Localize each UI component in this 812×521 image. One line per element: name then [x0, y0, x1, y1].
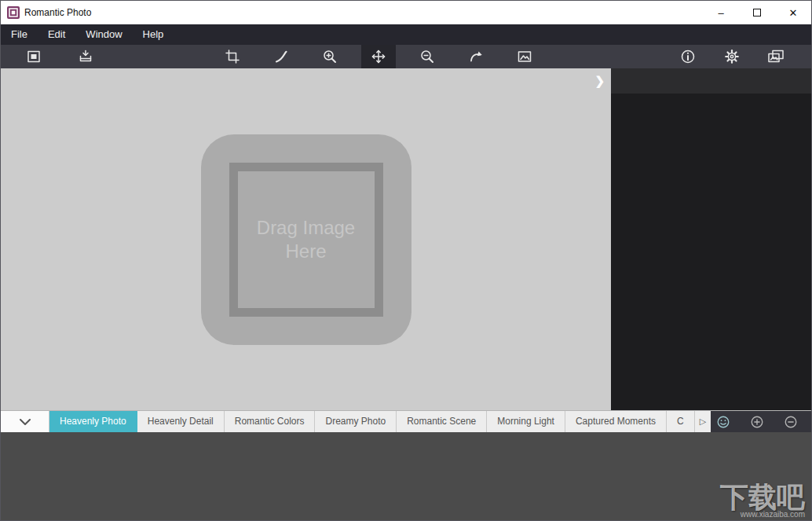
redo-tool-button[interactable] — [459, 45, 493, 68]
info-icon — [680, 49, 696, 64]
app-window: Romantic Photo – ✕ FileEditWindowHelp — [0, 0, 812, 521]
preset-tab[interactable]: Heavenly Photo — [49, 411, 137, 432]
add-button[interactable] — [748, 413, 766, 431]
image-preview-button[interactable] — [507, 45, 542, 68]
tabstrip-right-toolbar — [711, 411, 811, 432]
watermark-site: www.xiazaiba.com — [741, 510, 805, 519]
maximize-button[interactable] — [739, 1, 775, 24]
menu-item[interactable]: Edit — [38, 24, 75, 45]
menu-item[interactable]: Help — [133, 24, 174, 45]
image-dropzone[interactable]: Drag Image Here — [201, 134, 411, 345]
plus-circle-icon — [750, 415, 764, 429]
smiley-icon — [716, 415, 730, 429]
import-image-button[interactable] — [68, 45, 103, 68]
app-logo-icon — [7, 6, 20, 19]
move-tool-button[interactable] — [361, 45, 396, 68]
toolbar — [1, 45, 811, 68]
maximize-icon — [753, 9, 761, 17]
main-area: ❯ Drag Image Here — [1, 68, 811, 410]
dropzone-label: Drag Image Here — [251, 216, 361, 263]
titlebar: Romantic Photo – ✕ — [1, 1, 811, 24]
panel-collapse-chevron-icon[interactable]: ❯ — [594, 74, 605, 88]
brush-icon — [273, 49, 289, 64]
preset-tabs: Heavenly PhotoHeavenly DetailRomantic Co… — [49, 411, 695, 432]
preset-tab[interactable]: Dreamy Photo — [315, 411, 397, 432]
image-preview-icon — [517, 49, 532, 64]
menu-item[interactable]: File — [1, 24, 38, 45]
toolbar-right-group — [671, 45, 793, 68]
tab-scroll-right-button[interactable]: ▷ — [695, 411, 711, 432]
preset-tab[interactable]: Captured Moments — [565, 411, 667, 432]
import-image-icon — [78, 49, 93, 64]
right-panel-header — [611, 68, 811, 94]
menubar: FileEditWindowHelp — [1, 24, 811, 45]
redo-icon — [468, 49, 484, 64]
remove-button[interactable] — [781, 413, 800, 431]
preset-tab[interactable]: Romantic Colors — [225, 411, 316, 432]
export-image-icon — [26, 49, 42, 64]
dropzone-inner-frame: Drag Image Here — [229, 163, 383, 317]
chevron-down-icon — [20, 419, 31, 425]
preset-tab[interactable]: Romantic Scene — [397, 411, 487, 432]
preset-tab-strip: Heavenly PhotoHeavenly DetailRomantic Co… — [1, 410, 811, 432]
watermark: 下载吧 www.xiazaiba.com — [720, 482, 805, 519]
tabstrip-collapse-button[interactable] — [1, 411, 49, 432]
smiley-button[interactable] — [714, 413, 733, 431]
photo-canvas[interactable]: ❯ Drag Image Here — [1, 68, 611, 410]
toolbar-center-group — [215, 45, 542, 68]
crop-icon — [225, 49, 240, 64]
zoom-out-tool-button[interactable] — [410, 45, 444, 68]
settings-button[interactable] — [715, 45, 749, 68]
export-image-button[interactable] — [16, 45, 51, 68]
zoom-in-tool-button[interactable] — [313, 45, 347, 68]
preset-tab[interactable]: C — [667, 411, 695, 432]
gear-icon — [724, 49, 740, 64]
watermark-brand: 下载吧 — [720, 482, 805, 512]
menu-item[interactable]: Window — [75, 24, 132, 45]
window-title: Romantic Photo — [24, 7, 703, 18]
close-button[interactable]: ✕ — [775, 1, 811, 24]
minus-circle-icon — [784, 415, 798, 429]
preset-tab[interactable]: Heavenly Detail — [137, 411, 225, 432]
info-button[interactable] — [671, 45, 705, 68]
crop-tool-button[interactable] — [215, 45, 250, 68]
minimize-button[interactable]: – — [703, 1, 739, 24]
right-panel — [611, 68, 811, 410]
preset-tab[interactable]: Morning Light — [487, 411, 565, 432]
toolbar-left-group — [16, 45, 103, 68]
bottom-panel: 下载吧 www.xiazaiba.com — [1, 432, 811, 520]
move-icon — [371, 49, 386, 64]
zoom-in-icon — [322, 49, 338, 64]
zoom-out-icon — [419, 49, 435, 64]
photo-effects-button[interactable] — [759, 45, 793, 68]
photo-effects-icon — [767, 49, 785, 64]
brush-tool-button[interactable] — [264, 45, 298, 68]
